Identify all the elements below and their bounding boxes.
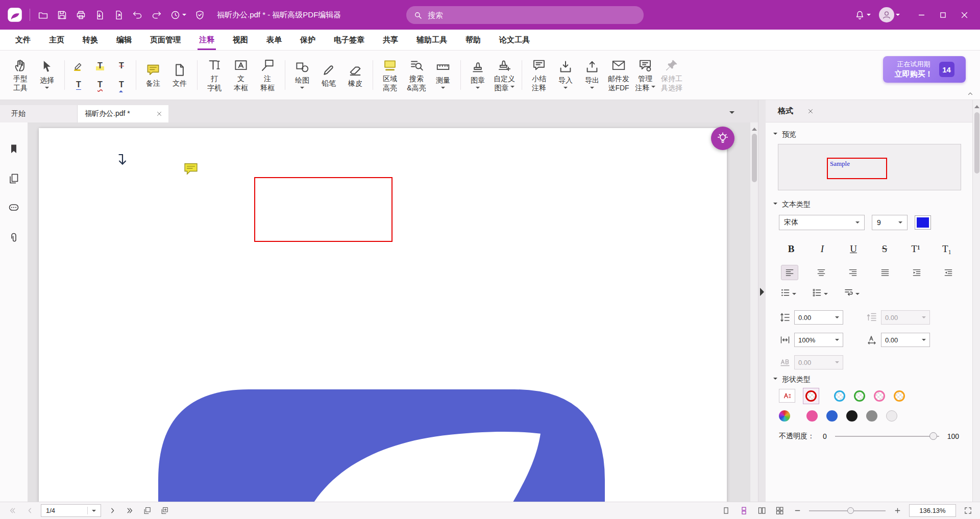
close-button[interactable] xyxy=(953,4,975,26)
bold-button[interactable]: B xyxy=(781,240,801,258)
numbered-list-button[interactable] xyxy=(812,287,828,298)
maximize-button[interactable] xyxy=(932,4,953,26)
snapshot-button[interactable] xyxy=(141,505,153,517)
shape-style-white-fill[interactable] xyxy=(886,410,897,422)
callout-button[interactable]: 注 释框 xyxy=(255,56,280,93)
font-size-select[interactable]: 9 xyxy=(872,215,908,230)
menu-tab-form[interactable]: 表单 xyxy=(260,30,288,50)
shape-style-blue-fill[interactable] xyxy=(826,410,838,422)
shape-style-pink-outline[interactable] xyxy=(874,390,885,402)
superscript-button[interactable]: T¹ xyxy=(905,240,926,258)
text-highlight-button[interactable]: T xyxy=(90,58,110,74)
opacity-slider-knob[interactable] xyxy=(929,432,937,440)
single-page-view-button[interactable] xyxy=(720,505,732,517)
last-page-button[interactable] xyxy=(124,505,136,517)
import-comments-button[interactable]: 导入 xyxy=(553,58,578,92)
indent-increase-button[interactable] xyxy=(940,265,957,280)
shape-style-black-fill[interactable] xyxy=(846,410,857,422)
bookmarks-panel-icon[interactable] xyxy=(8,143,20,155)
tab-list-dropdown-icon[interactable] xyxy=(729,111,734,116)
export-comments-button[interactable]: 导出 xyxy=(579,58,605,92)
minimize-button[interactable] xyxy=(911,4,932,26)
line-spacing-select[interactable]: 0.00 xyxy=(794,310,843,325)
quick-tools-button[interactable] xyxy=(166,6,190,24)
scrollbar-thumb[interactable] xyxy=(752,134,757,182)
notifications-button[interactable] xyxy=(851,6,874,24)
attachments-panel-icon[interactable] xyxy=(8,232,20,244)
typewriter-button[interactable]: 打 字机 xyxy=(202,56,227,93)
share-button[interactable] xyxy=(110,6,128,24)
panel-scrollbar[interactable] xyxy=(972,100,980,502)
align-justify-button[interactable] xyxy=(876,265,894,280)
account-button[interactable] xyxy=(875,6,903,24)
italic-button[interactable]: I xyxy=(812,240,832,258)
area-highlight-button[interactable]: 区域 高亮 xyxy=(377,56,403,93)
close-tab-icon[interactable] xyxy=(156,110,163,117)
note-annotation-icon[interactable] xyxy=(184,163,198,176)
file-attachment-button[interactable]: 文件 xyxy=(167,61,192,89)
summarize-comments-button[interactable]: 小结 注释 xyxy=(526,56,552,93)
tab-active-document[interactable]: 福昕办公.pdf * xyxy=(78,105,168,122)
zoom-out-button[interactable] xyxy=(791,505,803,517)
panel-expand-handle[interactable] xyxy=(760,288,768,296)
text-wrap-button[interactable] xyxy=(843,287,860,298)
keep-tool-selected-button[interactable]: 保持工 具选择 xyxy=(659,56,684,93)
clipboard-button[interactable] xyxy=(158,505,170,517)
zoom-slider-knob[interactable] xyxy=(847,507,854,514)
custom-stamp-button[interactable]: 自定义图章 xyxy=(492,56,517,93)
fullscreen-button[interactable] xyxy=(962,505,974,517)
rectangle-annotation[interactable] xyxy=(254,177,393,242)
zoom-level-box[interactable]: 136.13% xyxy=(909,504,956,517)
redo-button[interactable] xyxy=(148,6,165,24)
insert-text-button[interactable]: T xyxy=(112,77,131,93)
menu-tab-protect[interactable]: 保护 xyxy=(293,30,322,50)
print-button[interactable] xyxy=(72,6,90,24)
search-highlight-button[interactable]: 搜索 &高亮 xyxy=(404,56,429,93)
open-file-button[interactable] xyxy=(34,6,52,24)
search-input[interactable] xyxy=(428,11,636,19)
pages-panel-icon[interactable] xyxy=(8,172,20,185)
highlight-tool-button[interactable] xyxy=(69,58,88,74)
character-spacing-select[interactable]: 0.00 xyxy=(881,333,930,347)
font-color-button[interactable] xyxy=(915,215,931,230)
continuous-view-button[interactable] xyxy=(738,505,750,517)
bullet-list-button[interactable] xyxy=(780,287,796,298)
menu-tab-convert[interactable]: 转换 xyxy=(76,30,105,50)
menu-tab-accessibility[interactable]: 辅助工具 xyxy=(410,30,454,50)
menu-tab-home[interactable]: 主页 xyxy=(42,30,71,50)
draw-button[interactable]: 绘图 xyxy=(289,58,315,92)
undo-button[interactable] xyxy=(129,6,146,24)
protect-mode-button[interactable] xyxy=(191,6,209,24)
menu-tab-comment[interactable]: 注释 xyxy=(192,30,221,50)
collapse-ribbon-button[interactable] xyxy=(967,90,976,98)
scroll-up-icon[interactable] xyxy=(752,125,757,131)
two-page-continuous-view-button[interactable] xyxy=(773,505,786,517)
manage-comments-button[interactable]: 管理注释 xyxy=(632,56,658,93)
select-tool-button[interactable]: 选择 xyxy=(34,58,60,92)
squiggly-underline-button[interactable]: T xyxy=(90,77,110,93)
page-number-box[interactable]: 1/4 xyxy=(41,504,101,517)
previous-page-button[interactable] xyxy=(23,505,36,517)
buy-now-trial-button[interactable]: 正在试用期 立即购买！ 14 xyxy=(883,56,966,83)
tab-start-page[interactable]: 开始 xyxy=(0,105,78,122)
two-page-view-button[interactable] xyxy=(755,505,768,517)
shape-style-red-outline[interactable] xyxy=(805,390,817,402)
hand-tool-button[interactable]: 手型 工具 xyxy=(8,56,33,93)
align-center-button[interactable] xyxy=(813,265,830,280)
pdf-page[interactable] xyxy=(39,128,727,502)
shape-style-magenta-fill[interactable] xyxy=(806,410,818,422)
shape-style-gray-fill[interactable] xyxy=(866,410,877,422)
email-fdf-button[interactable]: 邮件发 送FDF xyxy=(606,56,631,93)
canvas-scrollbar[interactable] xyxy=(750,122,758,502)
custom-color-wheel-button[interactable] xyxy=(779,410,790,422)
eraser-button[interactable]: 橡皮 xyxy=(342,61,368,89)
preview-section-header[interactable]: 预览 xyxy=(766,126,972,143)
align-right-button[interactable] xyxy=(844,265,862,280)
text-style-shape-button[interactable] xyxy=(779,389,795,403)
menu-tab-paper-tools[interactable]: 论文工具 xyxy=(493,30,536,50)
shape-style-green-outline[interactable] xyxy=(854,390,865,402)
underline-button[interactable]: T xyxy=(69,77,88,93)
zoom-in-button[interactable] xyxy=(891,505,903,517)
strikeout-button[interactable]: T xyxy=(112,58,131,74)
menu-tab-help[interactable]: 帮助 xyxy=(459,30,487,50)
